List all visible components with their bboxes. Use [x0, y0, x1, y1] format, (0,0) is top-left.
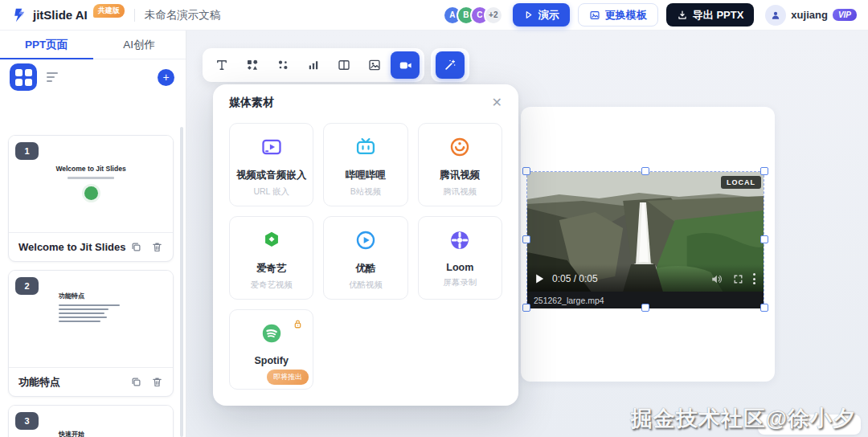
media-card-desc: 屏幕录制 [424, 277, 497, 288]
top-bar: jitSlide AI 共建版 未命名演示文稿 A B C +2 演示 更换模板 [0, 0, 868, 31]
grid-view-button[interactable] [10, 63, 37, 91]
sidebar-toolbar: + [0, 59, 186, 95]
media-card-iqiyi[interactable]: 爱奇艺 爱奇艺视频 [229, 216, 313, 300]
thumb-title: 快速开始 [59, 430, 115, 437]
resize-handle-top-center[interactable] [641, 167, 649, 175]
video-camera-icon [398, 58, 413, 73]
fullscreen-icon[interactable] [733, 274, 743, 284]
media-card-desc: 腾讯视频 [424, 186, 497, 198]
slide-card-3[interactable]: 3 快速开始 [8, 405, 174, 437]
resize-handle-top-right[interactable] [760, 167, 768, 175]
image-tool-button[interactable] [360, 51, 389, 79]
media-card-desc: 优酷视频 [329, 280, 402, 291]
list-view-button[interactable] [47, 72, 58, 82]
slide-thumbnail: 1 Welcome to Jit Slides [9, 136, 173, 232]
media-card-title: 腾讯视频 [424, 169, 497, 182]
media-card-loom[interactable]: Loom 屏幕录制 [418, 216, 502, 300]
user-avatar [765, 5, 786, 26]
video-player[interactable]: LOCAL 0:05 / 0:05 [527, 172, 764, 292]
youku-icon [354, 229, 377, 251]
resize-handle-middle-left[interactable] [522, 235, 530, 243]
slide-card-2[interactable]: 2 功能特点 功能特点 [8, 270, 174, 397]
slide-list: 1 Welcome to Jit Slides Welcome to Jit S… [0, 125, 186, 437]
export-label: 导出 PPTX [693, 8, 744, 22]
delete-icon[interactable] [151, 241, 163, 253]
duplicate-icon[interactable] [130, 376, 142, 388]
layout-tool-button[interactable] [330, 51, 358, 79]
resize-handle-top-left[interactable] [522, 167, 530, 175]
resize-handle-bottom-center[interactable] [641, 304, 649, 312]
change-template-button[interactable]: 更换模板 [578, 3, 658, 27]
resize-handle-middle-right[interactable] [760, 235, 768, 243]
change-template-label: 更换模板 [605, 8, 647, 22]
slide-thumbnail: 2 功能特点 [9, 271, 173, 367]
chart-tool-button[interactable] [299, 51, 328, 79]
thumb-green-dot [84, 186, 98, 200]
media-card-title: 哔哩哔哩 [329, 169, 402, 182]
thumb-title: 功能特点 [59, 292, 120, 300]
media-card-spotify[interactable]: Spotify 即将推出 [229, 309, 313, 390]
media-card-bilibili[interactable]: 哔哩哔哩 B站视频 [323, 123, 407, 206]
user-name: xujiang [791, 9, 828, 21]
sidebar-scrollbar[interactable] [180, 127, 183, 437]
export-pptx-button[interactable]: 导出 PPTX [666, 3, 755, 27]
elements-icon [276, 58, 290, 72]
slide-card-1[interactable]: 1 Welcome to Jit Slides Welcome to Jit S… [8, 135, 174, 262]
lock-icon [291, 317, 305, 331]
workspace: LOCAL 0:05 / 0:05 251262_lar [186, 31, 868, 437]
slide-number-badge: 1 [15, 142, 39, 160]
sidebar-tabs: PPT页面 AI创作 [0, 31, 186, 59]
slide-title: 功能特点 [18, 375, 60, 390]
shapes-tool-button[interactable] [238, 51, 267, 79]
ai-wand-button[interactable] [436, 51, 465, 79]
tab-ppt-pages[interactable]: PPT页面 [0, 31, 93, 59]
template-icon [589, 10, 600, 21]
app-name: jitSlide AI [33, 8, 88, 22]
slide-thumbnail: 3 快速开始 [9, 406, 173, 437]
slide-number-badge: 2 [15, 277, 39, 295]
media-modal: 媒体素材 ✕ 视频或音频嵌入 URL 嵌入 哔哩哔哩 [213, 84, 518, 406]
thumb-bullet-lines [59, 304, 120, 322]
add-slide-button[interactable]: + [158, 69, 174, 86]
play-icon [523, 10, 534, 20]
vip-badge: VIP [833, 9, 857, 21]
media-card-youku[interactable]: 优酷 优酷视频 [323, 216, 407, 300]
shapes-icon [245, 58, 260, 72]
person-icon [770, 10, 781, 21]
media-card-tencent-video[interactable]: 腾讯视频 腾讯视频 [418, 123, 502, 206]
media-card-title: 爱奇艺 [235, 262, 308, 276]
media-card-title: Loom [424, 262, 497, 273]
tencent-video-icon [448, 136, 471, 158]
image-icon [367, 58, 382, 72]
resize-handle-bottom-left[interactable] [522, 304, 530, 312]
close-icon[interactable]: ✕ [492, 96, 502, 109]
iqiyi-icon [260, 229, 283, 251]
user-menu[interactable]: xujiang VIP [765, 5, 857, 26]
video-controls: 0:05 / 0:05 [527, 264, 764, 292]
present-button[interactable]: 演示 [513, 3, 570, 27]
tab-ai-create[interactable]: AI创作 [93, 31, 186, 59]
avatar-overflow[interactable]: +2 [484, 6, 503, 25]
video-menu-icon[interactable] [753, 273, 755, 284]
media-card-desc: B站视频 [329, 186, 402, 198]
modal-title: 媒体素材 [229, 96, 274, 110]
selected-video-element[interactable]: LOCAL 0:05 / 0:05 251262_lar [526, 171, 764, 308]
video-tool-button[interactable] [391, 51, 420, 79]
delete-icon[interactable] [151, 376, 163, 388]
duplicate-icon[interactable] [130, 241, 142, 253]
bilibili-icon [354, 136, 377, 158]
elements-tool-button[interactable] [268, 51, 297, 79]
slide-number-badge: 3 [15, 412, 39, 430]
resize-handle-bottom-right[interactable] [760, 304, 768, 312]
media-card-desc: 爱奇艺视频 [235, 280, 308, 291]
thumb-title: Welcome to Jit Slides [9, 165, 173, 173]
media-card-video-embed[interactable]: 视频或音频嵌入 URL 嵌入 [229, 123, 313, 206]
play-button-icon[interactable] [535, 274, 544, 284]
document-title[interactable]: 未命名演示文稿 [145, 8, 221, 22]
text-tool-button[interactable] [207, 51, 236, 79]
media-card-desc: URL 嵌入 [235, 186, 308, 198]
watermark: 掘金技术社区@徐小夕 [631, 404, 855, 433]
volume-icon[interactable] [711, 274, 723, 284]
present-label: 演示 [538, 8, 559, 22]
loom-icon [448, 229, 471, 251]
